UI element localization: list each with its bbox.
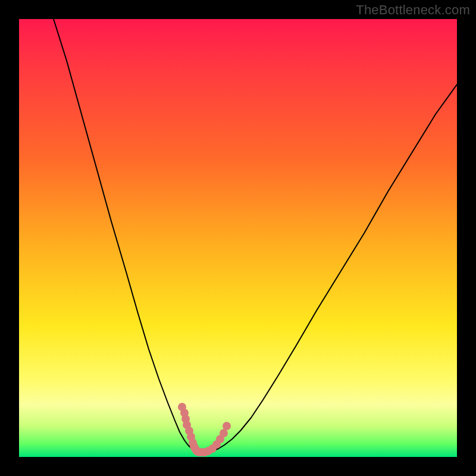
marker-dot — [220, 429, 228, 437]
right-curve — [209, 84, 457, 453]
marker-dot — [223, 422, 231, 430]
plot-area — [19, 19, 457, 457]
watermark-text: TheBottleneck.com — [356, 2, 470, 18]
chart-frame: TheBottleneck.com — [0, 0, 476, 476]
valley-markers — [178, 403, 231, 456]
left-curve — [54, 19, 199, 453]
chart-svg — [19, 19, 457, 457]
